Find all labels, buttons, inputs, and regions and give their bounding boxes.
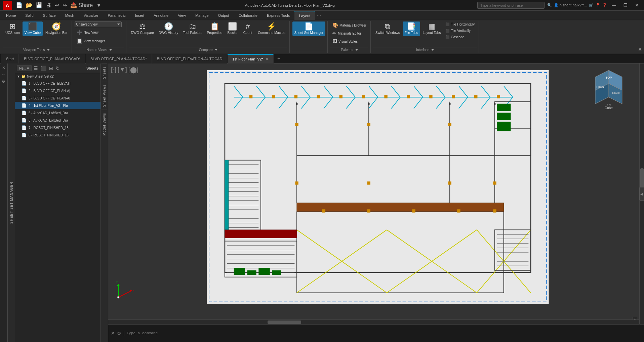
count-button[interactable]: # Count bbox=[240, 22, 255, 36]
share-icon[interactable]: 📤 Share bbox=[69, 1, 94, 9]
viewport-tools-label[interactable]: Viewport Tools bbox=[3, 47, 70, 52]
blocks-button[interactable]: ⬜ Blocks bbox=[225, 22, 240, 36]
doc-tab-3[interactable]: BLVD OFFICE_ELEVATION-AUTOCAD bbox=[152, 54, 228, 63]
tab-mesh[interactable]: Mesh bbox=[61, 11, 79, 20]
view-manager-button[interactable]: 🔲 View Manager bbox=[75, 37, 107, 45]
cascade-button[interactable]: ⬛ Cascade bbox=[443, 34, 477, 40]
tab-parametric[interactable]: Parametric bbox=[103, 11, 130, 20]
search-input[interactable] bbox=[477, 2, 545, 9]
plot-icon[interactable]: 🖨 bbox=[45, 2, 52, 9]
ucs-icon-button[interactable]: ⊞ UCS Icon bbox=[3, 22, 22, 36]
properties-button[interactable]: 📋 Properties bbox=[205, 22, 225, 36]
close-panel-icon[interactable]: ✕ bbox=[1, 65, 7, 71]
sheet-set-label[interactable] bbox=[292, 51, 325, 52]
new-file-icon[interactable]: 📄 bbox=[15, 1, 24, 9]
sheet-item-2[interactable]: 📄 2 - BLVD OFFICE_PLAN-A| bbox=[15, 87, 100, 94]
file-tabs-button[interactable]: 📑 File Tabs bbox=[403, 22, 420, 36]
model-views-tab[interactable]: Model Views bbox=[102, 110, 107, 138]
tile-vertically-button[interactable]: ⬛ Tile Vertically bbox=[443, 28, 477, 34]
tab-layout[interactable]: Layout bbox=[294, 11, 315, 20]
navigation-cube[interactable]: TOP FRONT RIGHT ↑ N Cube bbox=[590, 67, 627, 107]
cmd-clear-icon[interactable]: ✕ bbox=[111, 331, 115, 336]
doc-tab-2[interactable]: BLVD OFFICE_PLAN-AUTOCAD* bbox=[86, 54, 152, 63]
materials-editor-button[interactable]: ✏ Materials Editor bbox=[330, 30, 363, 37]
open-file-icon[interactable]: 📂 bbox=[25, 1, 34, 9]
tab-visualize[interactable]: Visualize bbox=[79, 11, 103, 20]
switch-windows-button[interactable]: ⧉ Switch Windows bbox=[373, 22, 402, 36]
user-account-icon[interactable]: 👤 nishant.naikVY... bbox=[554, 3, 587, 7]
tab-express-tools[interactable]: Express Tools bbox=[262, 11, 294, 20]
tile-horizontally-button[interactable]: ⬛ Tile Horizontally bbox=[443, 22, 477, 27]
ribbon-collapse-icon[interactable]: ▲ bbox=[637, 46, 643, 52]
tab-collaborate[interactable]: Collaborate bbox=[234, 11, 262, 20]
help-icon[interactable]: ❓ bbox=[602, 3, 607, 7]
close-doc-tab-icon[interactable]: ✕ bbox=[265, 57, 269, 61]
tab-annotate[interactable]: Annotate bbox=[149, 11, 173, 20]
minimize-button[interactable]: — bbox=[609, 2, 619, 8]
sheet-item-6[interactable]: 📄 6 - AutoCAD_LoftBed_Dra bbox=[15, 117, 100, 124]
viewport-view-icon[interactable]: [▼] bbox=[118, 66, 127, 74]
tab-surface[interactable]: Surface bbox=[38, 11, 61, 20]
doc-tab-4[interactable]: 1st Floor Plan_V2* ✕ bbox=[228, 54, 274, 63]
drawing-area[interactable]: TOP FRONT RIGHT ↑ N Cube bbox=[108, 63, 644, 324]
viewport-shading-icon[interactable]: [⬤] bbox=[128, 66, 138, 74]
sheet-option3-icon[interactable]: ⊞ bbox=[48, 65, 54, 72]
redo-icon[interactable]: ↪ bbox=[62, 1, 68, 9]
sheet-option2-icon[interactable]: ⬛ bbox=[40, 65, 47, 72]
dropdown-arrow-icon[interactable]: ▼ bbox=[95, 2, 103, 9]
tab-solid[interactable]: Solid bbox=[21, 11, 38, 20]
right-panel-collapse-button[interactable]: ◀ bbox=[639, 187, 644, 201]
maximize-button[interactable]: ❐ bbox=[621, 2, 630, 8]
command-input[interactable] bbox=[127, 331, 641, 335]
compare-label[interactable]: Compare bbox=[129, 47, 287, 52]
new-view-button[interactable]: ➕ New View bbox=[75, 29, 100, 36]
materials-browser-button[interactable]: 🎨 Materials Browser bbox=[330, 22, 368, 29]
sheet-refresh-icon[interactable]: ↻ bbox=[55, 65, 61, 72]
sheet-item-1[interactable]: 📄 1 - BLVD OFFICE_ELEVATI bbox=[15, 80, 100, 87]
more-tabs-icon[interactable]: ⋯ bbox=[316, 12, 322, 18]
tab-view[interactable]: View bbox=[173, 11, 191, 20]
dwg-compare-button[interactable]: ⚖ DWG Compare bbox=[129, 22, 156, 36]
tab-home[interactable]: Home bbox=[1, 11, 21, 20]
search-icon[interactable]: 🔍 bbox=[547, 3, 552, 7]
doc-tab-1[interactable]: BLVD OFFICE_PLAN-AUTOCAD* bbox=[19, 54, 85, 63]
cmd-settings-icon[interactable]: ⚙ bbox=[117, 331, 121, 336]
sheet-set-manager-label[interactable]: SHEET SET MANAGER bbox=[7, 63, 15, 342]
sheet-set-manager-button[interactable]: 📄 Sheet Set Manager bbox=[292, 22, 325, 36]
navigation-bar-button[interactable]: 🧭 Navigation Bar bbox=[43, 22, 70, 36]
sheets-tab[interactable]: Sheets bbox=[102, 63, 107, 82]
interface-label[interactable]: Interface bbox=[373, 47, 477, 52]
save-icon[interactable]: 💾 bbox=[35, 1, 44, 9]
viewport-menu-icon[interactable]: [-] bbox=[111, 66, 116, 74]
palettes-label[interactable]: Palettes bbox=[330, 47, 368, 52]
layout-tabs-button[interactable]: ▦ Layout Tabs bbox=[421, 22, 443, 36]
sheet-item-3[interactable]: 📄 3 - BLVD OFFICE_PLAN-A| bbox=[15, 94, 100, 102]
dwg-history-button[interactable]: 🕐 DWG History bbox=[157, 22, 180, 36]
panel-settings-icon[interactable]: ⚙ bbox=[1, 78, 7, 84]
tool-palettes-button[interactable]: 🗂 Tool Palettes bbox=[181, 22, 204, 36]
close-button[interactable]: ✕ bbox=[632, 2, 641, 8]
location-icon[interactable]: 📍 bbox=[596, 3, 600, 7]
visual-styles-button[interactable]: 🖼 Visual Styles bbox=[330, 38, 360, 45]
sheet-item-5[interactable]: 📄 5 - AutoCAD_LoftBed_Dra bbox=[15, 109, 100, 117]
view-cube-button[interactable]: ⬛ View Cube bbox=[23, 22, 43, 36]
named-views-label[interactable]: Named Views bbox=[75, 47, 124, 52]
doc-tab-start[interactable]: Start bbox=[1, 54, 19, 63]
new-tab-button[interactable]: + bbox=[274, 54, 284, 63]
new-sheet-dropdown[interactable]: Ne...▼ bbox=[17, 66, 32, 71]
tab-output[interactable]: Output bbox=[213, 11, 234, 20]
sheet-set-parent[interactable]: ▼ 📁 New Sheet Set (2) bbox=[15, 73, 100, 80]
sheet-item-7[interactable]: 📄 7 - ROBOT_FINISHED_18 bbox=[15, 124, 100, 131]
cart-icon[interactable]: 🛒 bbox=[589, 3, 594, 7]
sheet-item-8[interactable]: 📄 8 - ROBOT_FINISHED_18 bbox=[15, 131, 100, 139]
sheet-views-tab[interactable]: Sheet Views bbox=[102, 82, 107, 110]
move-panel-icon[interactable]: ↔ bbox=[1, 72, 7, 78]
tab-manage[interactable]: Manage bbox=[191, 11, 213, 20]
scrollbar-thumb-v[interactable] bbox=[640, 168, 644, 188]
sheet-option1-icon[interactable]: ☰ bbox=[33, 65, 39, 72]
sheet-item-4[interactable]: 📄 4 - 1st Floor Plan_V2 - Flo bbox=[15, 102, 100, 109]
undo-icon[interactable]: ↩ bbox=[54, 1, 60, 9]
tab-insert[interactable]: Insert bbox=[130, 11, 149, 20]
scrollbar-thumb-h[interactable] bbox=[268, 320, 301, 324]
horizontal-scrollbar[interactable] bbox=[108, 319, 639, 324]
